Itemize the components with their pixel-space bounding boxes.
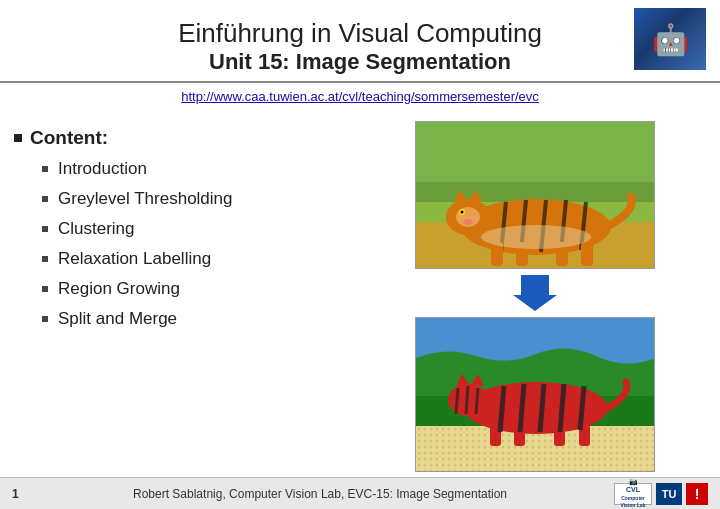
url-link[interactable]: http://www.caa.tuwien.ac.at/cvl/teaching… [181, 89, 539, 104]
list-item: Introduction [42, 159, 354, 179]
svg-line-42 [456, 388, 458, 414]
svg-rect-1 [416, 122, 655, 182]
sub-bullet-icon [42, 316, 48, 322]
content-label: Content: [30, 127, 108, 149]
svg-line-44 [476, 388, 478, 414]
item-introduction: Introduction [58, 159, 147, 179]
list-item: Greylevel Thresholding [42, 189, 354, 209]
item-relaxation: Relaxation Labelling [58, 249, 211, 269]
svg-line-43 [466, 386, 468, 414]
svg-point-11 [463, 219, 473, 225]
content-header: Content: [14, 127, 354, 149]
main-content: Content: Introduction Greylevel Threshol… [0, 107, 720, 477]
title-sub: Unit 15: Image Segmentation [20, 49, 700, 75]
list-item: Region Growing [42, 279, 354, 299]
list-item: Clustering [42, 219, 354, 239]
cvl-logo: 📷CVLComputer Vision Lab [614, 483, 652, 505]
tu-logo: TU [656, 483, 682, 505]
sub-bullet-icon [42, 226, 48, 232]
down-arrow-icon [513, 275, 557, 311]
exclamation-logo: ! [686, 483, 708, 505]
item-region-growing: Region Growing [58, 279, 180, 299]
left-column: Content: Introduction Greylevel Threshol… [14, 117, 354, 477]
segmented-image [415, 317, 655, 472]
item-clustering: Clustering [58, 219, 135, 239]
sub-bullet-icon [42, 166, 48, 172]
svg-point-21 [481, 225, 591, 249]
header-logo [634, 8, 706, 70]
list-item: Split and Merge [42, 309, 354, 329]
sub-bullet-icon [42, 286, 48, 292]
list-item: Relaxation Labelling [42, 249, 354, 269]
robot-arm-image [634, 8, 706, 70]
down-arrow-container [513, 275, 557, 311]
item-split-merge: Split and Merge [58, 309, 177, 329]
item-greylevel: Greylevel Thresholding [58, 189, 233, 209]
svg-marker-22 [513, 275, 557, 311]
tiger-photo [415, 121, 655, 269]
content-list: Introduction Greylevel Thresholding Clus… [14, 159, 354, 329]
title-main: Einführung in Visual Computing [20, 18, 700, 49]
slide-header: Einführung in Visual Computing Unit 15: … [0, 0, 720, 83]
svg-point-10 [461, 211, 464, 214]
slide-footer: 1 Robert Sablatnig, Computer Vision Lab,… [0, 477, 720, 509]
footer-logos: 📷CVLComputer Vision Lab TU ! [614, 483, 708, 505]
slide-container: Einführung in Visual Computing Unit 15: … [0, 0, 720, 509]
page-number: 1 [12, 487, 26, 501]
footer-caption: Robert Sablatnig, Computer Vision Lab, E… [46, 487, 594, 501]
sub-bullet-icon [42, 196, 48, 202]
sub-bullet-icon [42, 256, 48, 262]
bullet-square-icon [14, 134, 22, 142]
right-column [364, 117, 706, 477]
svg-rect-20 [581, 242, 593, 266]
url-bar: http://www.caa.tuwien.ac.at/cvl/teaching… [0, 83, 720, 107]
